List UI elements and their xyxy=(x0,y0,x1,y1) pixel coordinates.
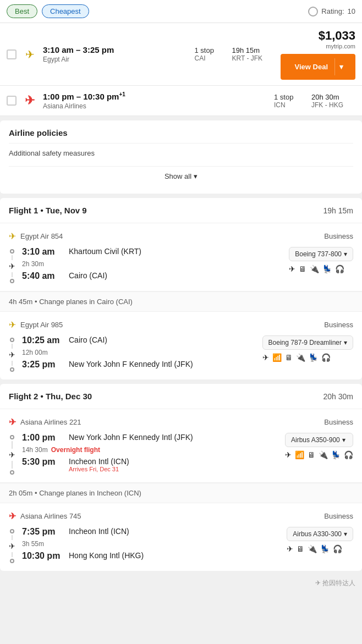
flight1-header: Flight 1 • Tue, Nov 9 19h 15m xyxy=(0,198,362,223)
plane-icon-4: ✈ xyxy=(9,542,15,551)
seg1-arr-time: 5:40 am xyxy=(22,271,69,281)
line-top xyxy=(12,255,13,260)
price-source: mytrip.com xyxy=(281,43,355,49)
f2seg2-arr: 10:30 pm Hong Kong Intl (HKG) xyxy=(22,551,144,561)
f2seg1-class: Business xyxy=(324,418,353,426)
arr-dot-4 xyxy=(10,559,14,563)
f2seg1-aircraft-btn[interactable]: Airbus A350-900 ▾ xyxy=(285,433,353,447)
flight1-stop-code: CAI xyxy=(195,54,228,62)
seg1-amenities: ✈ 🖥 🔌 💺 🎧 xyxy=(289,265,353,273)
flight1-duration: 19h 15m KRT - JFK xyxy=(232,46,276,62)
seg2-airline-name: Egypt Air 985 xyxy=(20,321,63,329)
chevron-down-icon: ▾ xyxy=(194,172,198,180)
chevron-icon-2: ▾ xyxy=(344,339,347,346)
seg1-dep: 3:10 am Khartoum Civil (KRT) xyxy=(22,247,141,257)
flight-row-1: ✈ 3:10 am – 3:25 pm Egypt Air 1 stop CAI… xyxy=(0,23,362,86)
amenity-plane-3: ✈ xyxy=(285,450,292,459)
tab-best[interactable]: Best xyxy=(7,4,37,18)
tab-cheapest[interactable]: Cheapest xyxy=(42,4,89,18)
line-top-2 xyxy=(12,344,13,349)
f2seg2-arr-time: 10:30 pm xyxy=(22,551,69,561)
seg1-arr-airport: Cairo (CAI) xyxy=(69,271,107,280)
flight1-stops: 1 stop CAI xyxy=(195,46,228,62)
seg1-aircraft-block: Boeing 737-800 ▾ ✈ 🖥 🔌 💺 🎧 xyxy=(289,247,353,283)
f2seg2-class: Business xyxy=(324,512,353,520)
watermark: ✈ 抢因特达人 xyxy=(0,575,362,591)
amenity-plane-2: ✈ xyxy=(262,353,269,362)
rating-label: Rating: xyxy=(321,7,344,15)
show-all-button[interactable]: Show all ▾ xyxy=(9,166,353,186)
amenity-power: 🔌 xyxy=(310,265,319,273)
f2seg1-arr: 5:30 pm Incheon Intl (ICN) Arrives Fri, … xyxy=(22,457,193,472)
line-top-3 xyxy=(12,441,13,449)
seg1-arr: 5:40 am Cairo (CAI) xyxy=(22,271,141,281)
f2seg2-airline-row: ✈ Asiana Airlines 745 Business xyxy=(9,511,353,521)
seg2-airline-info: ✈ Egypt Air 985 xyxy=(9,320,63,330)
timeline-line-3: ✈ xyxy=(9,433,15,475)
policies-item: Additional safety measures xyxy=(9,143,353,163)
flight2-detail: Flight 2 • Thu, Dec 30 20h 30m ✈ Asiana … xyxy=(0,384,362,571)
f2seg1-airline-info: ✈ Asiana Airlines 221 xyxy=(9,417,81,427)
amenity-audio-4: 🎧 xyxy=(333,544,342,553)
f2seg2-dep: 7:35 pm Incheon Intl (ICN) xyxy=(22,527,144,537)
line-bottom xyxy=(12,272,13,277)
rating-icon xyxy=(308,7,318,16)
plane-icon-2: ✈ xyxy=(9,350,15,359)
arr-dot-2 xyxy=(10,367,14,372)
flight2-header-title: Flight 2 • Thu, Dec 30 xyxy=(9,392,92,401)
asiana-logo: ✈ xyxy=(21,92,39,109)
amenity-seat: 💺 xyxy=(322,265,332,273)
seg2-class: Business xyxy=(324,321,353,329)
f2seg2-dep-time: 7:35 pm xyxy=(22,527,69,537)
seg2-dep-airport: Cairo (CAI) xyxy=(69,335,107,344)
flight2-time-range: 1:00 pm – 10:30 pm+1 xyxy=(43,91,270,101)
seg1-aircraft-btn[interactable]: Boeing 737-800 ▾ xyxy=(289,247,353,261)
line-bottom-3 xyxy=(12,461,13,469)
f2seg2-flight-dur: 3h 55m xyxy=(22,540,144,548)
amenity-seat-4: 💺 xyxy=(320,544,330,553)
seg1-content: 3:10 am Khartoum Civil (KRT) 2h 30m 5:40… xyxy=(22,247,141,283)
f2seg1-aircraft-block: Airbus A350-900 ▾ ✈ 📶 🖥 🔌 💺 🎧 xyxy=(285,433,353,475)
amenity-screen-4: 🖥 xyxy=(297,544,304,553)
flight1-segment2: ✈ Egypt Air 985 Business ✈ xyxy=(0,312,362,379)
f2seg2-dep-airport: Incheon Intl (ICN) xyxy=(69,527,129,536)
seg1-flight-dur: 2h 30m xyxy=(22,260,141,268)
seg1-dep-airport: Khartoum Civil (KRT) xyxy=(69,247,141,256)
timeline-line-2: ✈ xyxy=(9,335,15,372)
view-deal-button[interactable]: View Deal ▾ xyxy=(281,54,355,80)
amenity-seat-3: 💺 xyxy=(331,450,341,459)
seg1-aircraft-name: Boeing 737-800 xyxy=(295,250,342,258)
flight1-segment1: ✈ Egypt Air 854 Business ✈ xyxy=(0,223,362,291)
f2seg2-aircraft-btn[interactable]: Airbus A330-300 ▾ xyxy=(287,527,353,541)
flight1-checkbox[interactable] xyxy=(7,49,17,59)
flight2-checkbox[interactable] xyxy=(7,96,17,106)
price-amount: $1,033 xyxy=(281,29,355,43)
rating-section: Rating: 10 xyxy=(308,7,355,16)
amenity-plane: ✈ xyxy=(289,265,295,273)
f2seg1-dep-airport: New York John F Kennedy Intl (JFK) xyxy=(69,433,193,442)
plane-icon: ✈ xyxy=(9,262,15,271)
arr-dot-3 xyxy=(10,470,14,475)
egyptair-logo: ✈ xyxy=(21,46,39,63)
f2seg2-amenities: ✈ 🖥 🔌 💺 🎧 xyxy=(287,544,353,553)
flight2-stop-label: 1 stop xyxy=(274,93,307,101)
flight2-stops: 1 stop ICN xyxy=(274,93,307,109)
f2seg1-content: 1:00 pm New York John F Kennedy Intl (JF… xyxy=(22,433,193,475)
seg2-aircraft-name: Boeing 787-9 Dreamliner xyxy=(268,339,342,346)
dep-dot-2 xyxy=(10,338,14,342)
asiana-icon-2: ✈ xyxy=(9,511,16,521)
f2seg2-content: 7:35 pm Incheon Intl (ICN) 3h 55m 10:30 … xyxy=(22,527,144,563)
seg2-aircraft-btn[interactable]: Boeing 787-9 Dreamliner ▾ xyxy=(262,335,353,350)
amenity-screen-2: 🖥 xyxy=(285,353,293,362)
seg1-dep-time: 3:10 am xyxy=(22,247,69,257)
arrives-note: Arrives Fri, Dec 31 xyxy=(69,466,129,472)
f2seg1-dep-time: 1:00 pm xyxy=(22,433,69,443)
flight2-segment1: ✈ Asiana Airlines 221 Business ✈ xyxy=(0,409,362,483)
flight2-stop-code: ICN xyxy=(274,101,307,109)
line-bottom-4 xyxy=(12,552,13,557)
flight-row-2: ✈ 1:00 pm – 10:30 pm+1 Asiana Airlines 1… xyxy=(0,86,362,116)
flight1-times: 3:10 am – 3:25 pm Egypt Air xyxy=(43,45,190,63)
plane-icon-3: ✈ xyxy=(9,450,15,459)
seg2-timeline: ✈ 10:25 am Cairo (CAI) 12h 00m xyxy=(9,335,193,372)
asiana-icon-1: ✈ xyxy=(9,417,16,427)
